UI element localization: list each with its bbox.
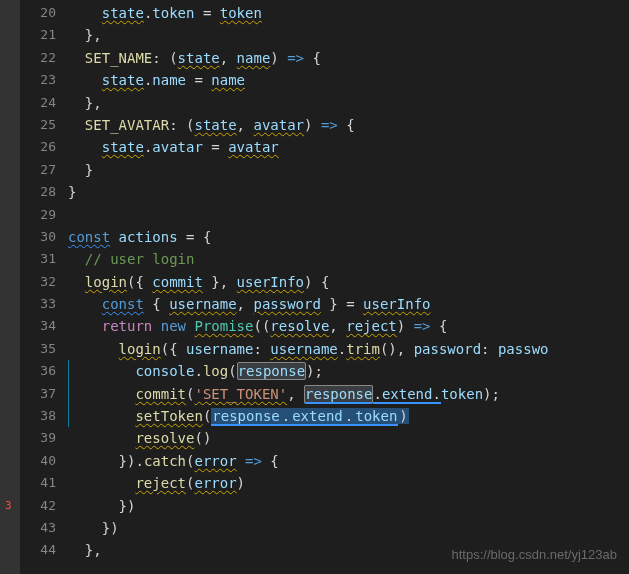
line-number: 42 — [30, 495, 56, 517]
indent — [68, 386, 135, 402]
line-number: 26 — [30, 136, 56, 158]
code-token: => — [245, 453, 262, 469]
code-line[interactable]: const { username, password } = userInfo — [68, 293, 629, 315]
code-line[interactable]: ⌄ login({ commit }, userInfo) { — [68, 271, 629, 293]
code-line[interactable]: resolve() — [68, 427, 629, 449]
line-number: 21 — [30, 24, 56, 46]
code-token: = — [203, 139, 228, 155]
indent — [68, 363, 135, 379]
code-line[interactable]: // user login — [68, 248, 629, 270]
code-token: reject — [135, 475, 186, 491]
code-token: { — [338, 117, 355, 133]
line-number: 39 — [30, 427, 56, 449]
code-line[interactable]: ⌄ }).catch(error => { — [68, 450, 629, 472]
line-number: 27 — [30, 159, 56, 181]
line-number: 30 — [30, 226, 56, 248]
code-token: state — [102, 139, 144, 155]
code-token: response — [237, 362, 306, 380]
line-number: 20 — [30, 2, 56, 24]
code-line[interactable]: }, — [68, 92, 629, 114]
code-token: commit — [152, 274, 203, 290]
code-token: passwo — [498, 341, 549, 357]
code-token: avatar — [152, 139, 203, 155]
line-number: 35 — [30, 338, 56, 360]
code-line[interactable]: } — [68, 181, 629, 203]
code-line[interactable]: }, — [68, 24, 629, 46]
code-token: => — [321, 117, 338, 133]
code-token: resolve — [135, 430, 194, 446]
change-indicator — [68, 405, 69, 427]
code-line[interactable]: state.avatar = avatar — [68, 136, 629, 158]
code-token: ({ — [161, 341, 186, 357]
code-line[interactable]: state.token = token — [68, 2, 629, 24]
code-token: error — [194, 453, 236, 469]
code-token: token — [220, 5, 262, 21]
code-token: . — [281, 408, 291, 426]
code-line[interactable]: state.name = name — [68, 69, 629, 91]
code-token: extend — [382, 386, 433, 404]
code-token: ); — [306, 363, 323, 379]
code-token: ) — [397, 318, 414, 334]
code-token: . — [373, 386, 381, 404]
code-line[interactable]: console.log(response); — [68, 360, 629, 382]
code-line[interactable]: ⌄ SET_AVATAR: (state, avatar) => { — [68, 114, 629, 136]
code-token: ({ — [127, 274, 152, 290]
code-token: ) { — [304, 274, 329, 290]
indent — [68, 5, 102, 21]
code-token: (), — [380, 341, 414, 357]
code-line[interactable]: setToken(response.extend.token) — [68, 405, 629, 427]
activity-bar[interactable]: 3 — [0, 0, 20, 574]
indent — [68, 475, 135, 491]
code-token: commit — [135, 386, 186, 402]
code-token: password — [253, 296, 320, 312]
code-token: SET_AVATAR — [85, 117, 169, 133]
line-number: 29 — [30, 204, 56, 226]
code-token: SET_NAME — [85, 50, 152, 66]
code-area[interactable]: state.token = token },⌄ SET_NAME: (state… — [68, 0, 629, 574]
code-token: response — [211, 408, 280, 426]
indent — [68, 296, 102, 312]
code-line[interactable]: commit('SET_TOKEN', response.extend.toke… — [68, 383, 629, 405]
code-line[interactable]: }) — [68, 517, 629, 539]
code-line[interactable]: ⌄ login({ username: username.trim(), pas… — [68, 338, 629, 360]
code-line[interactable] — [68, 204, 629, 226]
code-line[interactable]: } — [68, 159, 629, 181]
line-number: 40 — [30, 450, 56, 472]
code-line[interactable]: reject(error) — [68, 472, 629, 494]
code-token: login — [85, 274, 127, 290]
line-number: 32 — [30, 271, 56, 293]
code-token: . — [194, 363, 202, 379]
code-token: avatar — [253, 117, 304, 133]
code-token: response — [304, 385, 373, 404]
code-token: = — [194, 5, 219, 21]
code-line[interactable]: ⌄ return new Promise((resolve, reject) =… — [68, 315, 629, 337]
line-number: 25 — [30, 114, 56, 136]
code-token: login — [119, 341, 161, 357]
code-token: { — [304, 50, 321, 66]
code-token: , — [329, 318, 346, 334]
code-token: username — [270, 341, 337, 357]
code-token: username — [186, 341, 253, 357]
error-marker: 3 — [5, 499, 12, 512]
code-token: }) — [119, 498, 136, 514]
code-token: = { — [178, 229, 212, 245]
indent — [68, 542, 85, 558]
code-token: }, — [85, 95, 102, 111]
code-token: reject — [346, 318, 397, 334]
code-token: setToken — [135, 408, 202, 424]
code-token: : ( — [169, 117, 194, 133]
code-line[interactable]: ⌄const actions = { — [68, 226, 629, 248]
code-token: const — [68, 229, 110, 245]
line-gutter[interactable]: 2021222324252627282930313233343536373839… — [20, 0, 68, 574]
code-line[interactable]: }) — [68, 495, 629, 517]
watermark: https://blog.csdn.net/yj123ab — [451, 547, 617, 562]
code-token: . — [432, 386, 440, 404]
line-number: 44 — [30, 539, 56, 561]
code-token: } — [85, 162, 93, 178]
indent — [68, 95, 85, 111]
code-line[interactable]: ⌄ SET_NAME: (state, name) => { — [68, 47, 629, 69]
indent — [68, 50, 85, 66]
code-token: state — [194, 117, 236, 133]
code-token: : — [253, 341, 270, 357]
code-token: { — [262, 453, 279, 469]
